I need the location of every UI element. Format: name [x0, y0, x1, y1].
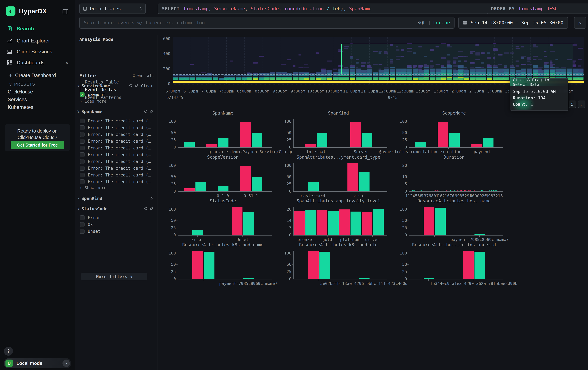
bar-selected[interactable]: [350, 122, 361, 147]
checkbox-unchecked[interactable]: [80, 179, 84, 184]
bar-baseline[interactable]: [319, 252, 330, 279]
chart-plot[interactable]: [178, 207, 268, 235]
pin-icon[interactable]: [135, 84, 139, 88]
load-more-button[interactable]: › Load more: [80, 99, 106, 104]
checkbox-checked[interactable]: ✓: [80, 92, 84, 97]
bar-baseline[interactable]: [252, 133, 262, 147]
sidebar-item-client-sessions[interactable]: Client Sessions: [0, 46, 75, 57]
bar-baseline[interactable]: [415, 142, 426, 147]
checkbox-unchecked[interactable]: [80, 119, 84, 123]
chart-plot[interactable]: [178, 119, 268, 147]
next-page-button[interactable]: ›: [578, 100, 585, 108]
checkbox-unchecked[interactable]: [80, 139, 84, 144]
bar-baseline[interactable]: [184, 142, 195, 147]
time-range-picker[interactable]: Sep 14 18:00:00 - Sep 15 05:30:00: [458, 17, 568, 29]
bar-baseline[interactable]: [252, 177, 262, 191]
bar-baseline[interactable]: [218, 138, 229, 147]
bar-selected[interactable]: [240, 122, 251, 147]
bar-baseline[interactable]: [317, 133, 327, 147]
bar-baseline[interactable]: [308, 182, 319, 191]
clear-all-button[interactable]: Clear all: [133, 73, 154, 78]
get-started-button[interactable]: Get Started for Free: [11, 141, 64, 149]
sidebar-item-kubernetes[interactable]: Kubernetes: [0, 102, 75, 112]
filter-section-spankind[interactable]: › SpanKind: [77, 195, 154, 202]
sidebar-item-dashboards[interactable]: Dashboards ∧: [0, 57, 75, 68]
bar-baseline[interactable]: [474, 252, 485, 279]
spanname-option[interactable]: Error: The credit card (…: [80, 178, 154, 185]
checkbox-unchecked[interactable]: [80, 152, 84, 157]
drag-selection-region[interactable]: [341, 44, 574, 74]
sidebar-collapse-icon[interactable]: [62, 8, 69, 15]
filter-section-servicename[interactable]: ∨ ServiceName Clear: [77, 82, 154, 89]
bar-selected[interactable]: [206, 144, 217, 147]
page-button-5[interactable]: 5: [569, 100, 576, 108]
checkbox-unchecked[interactable]: [80, 159, 84, 164]
sidebar-item-chart-explorer[interactable]: Chart Explorer: [0, 35, 75, 46]
bar-selected[interactable]: [240, 166, 251, 191]
statuscode-option-unset[interactable]: Unset: [80, 228, 154, 235]
more-filters-button[interactable]: More filters ∨: [81, 273, 147, 280]
search-icon[interactable]: [129, 84, 133, 88]
spanname-option[interactable]: Error: The credit card (…: [80, 118, 154, 124]
checkbox-unchecked[interactable]: [80, 166, 84, 171]
bar-selected[interactable]: [339, 210, 350, 235]
statuscode-option-ok[interactable]: Ok: [80, 221, 154, 228]
bar-selected[interactable]: [362, 212, 372, 235]
search-input[interactable]: Search your events w/ Lucene ex. column:…: [79, 17, 454, 29]
pin-icon[interactable]: [150, 196, 154, 200]
events-heatmap[interactable]: [173, 37, 584, 84]
bar-selected[interactable]: [308, 251, 319, 279]
spanname-option[interactable]: Error: The credit card (…: [80, 165, 154, 172]
sidebar-item-search[interactable]: Search: [0, 23, 75, 34]
run-query-button[interactable]: ▷: [574, 17, 586, 29]
bar-baseline[interactable]: [218, 186, 229, 191]
filter-section-statuscode[interactable]: ∨ StatusCode: [77, 205, 154, 212]
logo[interactable]: HyperDX: [6, 6, 47, 16]
bar-baseline[interactable]: [435, 208, 446, 235]
bar-baseline[interactable]: [204, 252, 214, 279]
chart-plot[interactable]: [178, 163, 268, 191]
bar-selected[interactable]: [463, 251, 474, 279]
clear-filter-button[interactable]: Clear: [141, 83, 154, 88]
user-menu[interactable]: U Local mode ›: [4, 358, 71, 368]
show-more-button[interactable]: › Show more: [80, 185, 106, 190]
bar-selected[interactable]: [184, 188, 195, 191]
checkbox-unchecked[interactable]: [80, 125, 84, 130]
bar-selected[interactable]: [305, 144, 316, 147]
bar-selected[interactable]: [347, 163, 358, 191]
chart-plot[interactable]: [409, 207, 499, 235]
bar-selected[interactable]: [438, 122, 448, 147]
chart-plot[interactable]: [409, 119, 499, 147]
chart-plot[interactable]: [409, 163, 499, 191]
mode-sql[interactable]: SQL: [417, 20, 426, 25]
filter-section-spanname[interactable]: ∨ SpanName: [77, 108, 154, 115]
checkbox-unchecked[interactable]: [80, 132, 84, 137]
pin-icon[interactable]: [150, 207, 154, 211]
chart-plot[interactable]: [293, 119, 384, 147]
bar-baseline[interactable]: [192, 230, 203, 235]
bar-baseline[interactable]: [243, 212, 254, 235]
spanname-option[interactable]: Error: The credit card (…: [80, 151, 154, 158]
spanname-option[interactable]: Error: The credit card (…: [80, 124, 154, 131]
search-icon[interactable]: [144, 207, 148, 211]
bar-baseline[interactable]: [359, 172, 369, 191]
spanname-option[interactable]: Error: The credit card (…: [80, 158, 154, 165]
bar-baseline[interactable]: [305, 210, 316, 235]
mode-lucene[interactable]: Lucene: [433, 20, 450, 25]
bar-baseline[interactable]: [328, 211, 339, 235]
chart-plot[interactable]: [409, 251, 499, 279]
checkbox-unchecked[interactable]: [80, 229, 84, 234]
bar-selected[interactable]: [192, 251, 203, 279]
chevron-up-icon[interactable]: ∧: [65, 60, 68, 65]
create-dashboard-button[interactable]: + Create Dashboard: [0, 70, 75, 80]
chart-plot[interactable]: [178, 251, 268, 279]
bar-selected[interactable]: [316, 210, 327, 235]
spanname-option[interactable]: Error: The credit card (…: [80, 172, 154, 178]
bar-selected[interactable]: [294, 210, 305, 235]
checkbox-unchecked[interactable]: [80, 173, 84, 178]
bar-selected[interactable]: [232, 207, 242, 235]
checkbox-unchecked[interactable]: [80, 146, 84, 150]
chart-plot[interactable]: [293, 163, 384, 191]
chart-plot[interactable]: [293, 251, 384, 279]
help-button[interactable]: ?: [4, 347, 13, 356]
